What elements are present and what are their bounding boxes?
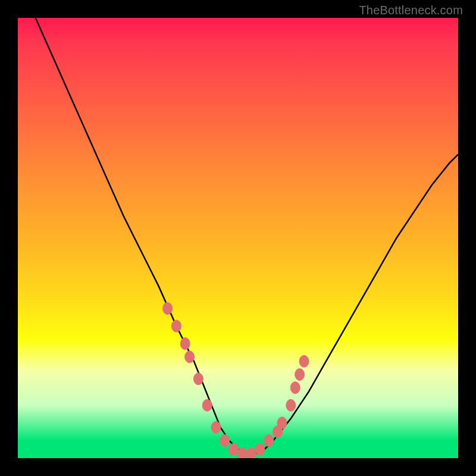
highlight-dot xyxy=(299,355,309,367)
highlight-dot xyxy=(193,373,203,385)
highlight-dot xyxy=(255,443,265,455)
highlight-dot xyxy=(229,443,239,455)
highlight-dot xyxy=(295,368,305,380)
highlight-dots xyxy=(163,302,309,458)
highlight-dot xyxy=(246,448,256,458)
curve-svg xyxy=(18,18,458,458)
highlight-dot xyxy=(286,399,296,411)
highlight-dot xyxy=(185,351,195,363)
highlight-dot xyxy=(220,434,230,446)
highlight-dot xyxy=(211,421,221,433)
highlight-dot xyxy=(264,434,274,446)
highlight-dot xyxy=(202,399,212,411)
highlight-dot xyxy=(237,448,247,458)
highlight-dot xyxy=(290,382,300,394)
plot-area xyxy=(18,18,458,458)
attribution-text: TheBottleneck.com xyxy=(359,4,463,17)
highlight-dot xyxy=(277,417,287,429)
highlight-dot xyxy=(163,302,173,314)
highlight-dot xyxy=(171,320,181,332)
outer-frame: TheBottleneck.com xyxy=(0,0,476,476)
highlight-dot xyxy=(180,338,190,350)
bottleneck-curve xyxy=(36,18,458,454)
